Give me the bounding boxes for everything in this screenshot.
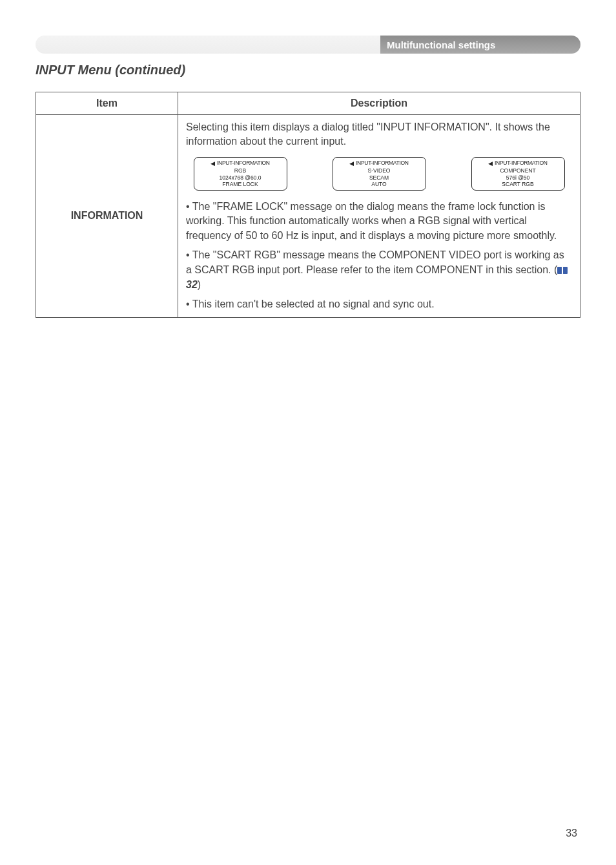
dialog-line: 576i @50 (475, 174, 562, 181)
row-item-name: INFORMATION (36, 115, 178, 318)
col-header-description: Description (178, 92, 580, 115)
bullet2-pre: • The "SCART RGB" message means the COMP… (186, 249, 564, 275)
tab-bar-title: Multifunctional settings (380, 36, 580, 54)
dialog-title: INPUT-INFORMATION (495, 160, 548, 167)
svg-rect-2 (562, 267, 563, 273)
dialog-line: SECAM (336, 174, 423, 181)
dialog-line: S-VIDEO (336, 167, 423, 174)
dialog-svideo: ▶ INPUT-INFORMATION S-VIDEO SECAM AUTO (333, 157, 426, 191)
dialog-line: FRAME LOCK (197, 181, 284, 187)
section-title-text: INPUT Menu (continued) (36, 63, 185, 77)
dialog-line: SCART RGB (475, 181, 562, 187)
input-info-dialogs: ▶ INPUT-INFORMATION RGB 1024x768 @60.0 F… (186, 157, 572, 191)
dialog-line: AUTO (336, 181, 423, 187)
desc-bullet-frame-lock: • The "FRAME LOCK" message on the dialog… (186, 200, 572, 243)
dialog-title: INPUT-INFORMATION (356, 160, 409, 167)
chevron-left-icon: ▶ (488, 160, 493, 168)
book-icon (557, 264, 568, 278)
tab-bar-left-decor (36, 36, 380, 54)
chevron-left-icon: ▶ (349, 160, 354, 168)
desc-intro: Selecting this item displays a dialog ti… (186, 120, 572, 149)
row-description-cell: Selecting this item displays a dialog ti… (178, 115, 580, 318)
dialog-title: INPUT-INFORMATION (217, 160, 270, 167)
dialog-line: COMPONENT (475, 167, 562, 174)
svg-rect-1 (563, 267, 568, 274)
page-number: 33 (566, 828, 577, 839)
dialog-rgb: ▶ INPUT-INFORMATION RGB 1024x768 @60.0 F… (194, 157, 287, 191)
description-table: Item Description INFORMATION Selecting t… (36, 92, 580, 318)
desc-bullet-scart-rgb: • The "SCART RGB" message means the COMP… (186, 248, 572, 292)
page-reference-number: 32 (186, 279, 198, 290)
header-tab-bar: Multifunctional settings (36, 36, 580, 54)
dialog-line: RGB (197, 167, 284, 174)
tab-title-text: Multifunctional settings (387, 39, 495, 50)
chevron-left-icon: ▶ (210, 160, 215, 168)
dialog-line: 1024x768 @60.0 (197, 174, 284, 181)
bullet2-post: ) (198, 279, 201, 290)
dialog-component: ▶ INPUT-INFORMATION COMPONENT 576i @50 S… (471, 157, 565, 191)
desc-bullet-no-signal: • This item can't be selected at no sign… (186, 297, 572, 311)
section-title: INPUT Menu (continued) (36, 63, 580, 78)
col-header-item: Item (36, 92, 178, 115)
svg-rect-0 (557, 267, 562, 274)
